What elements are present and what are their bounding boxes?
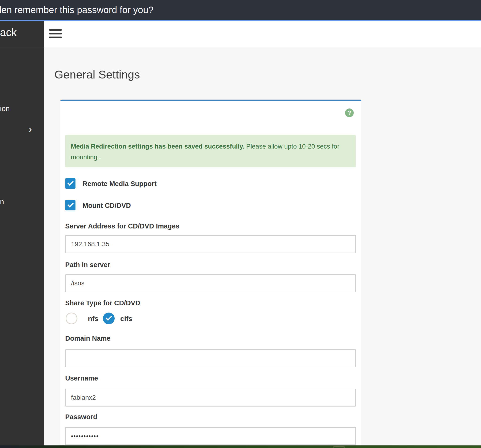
password-input[interactable] (65, 427, 356, 445)
share-type-cifs-label: cifs (120, 315, 132, 323)
password-prompt-text: len remember this password for you? (0, 0, 154, 20)
username-input[interactable] (65, 389, 356, 407)
server-address-label: Server Address for CD/DVD Images (65, 222, 179, 230)
mount-cd-dvd-label: Mount CD/DVD (83, 202, 131, 209)
share-type-nfs-label: nfs (88, 315, 98, 323)
hamburger-menu-icon[interactable] (49, 29, 62, 38)
server-address-input[interactable] (65, 235, 356, 253)
path-in-server-input[interactable] (65, 274, 356, 292)
share-type-cifs-radio[interactable] (103, 313, 115, 324)
mount-cd-dvd-checkbox[interactable] (65, 200, 75, 210)
remote-media-support-label: Remote Media Support (83, 180, 157, 188)
share-type-label: Share Type for CD/DVD (65, 299, 140, 307)
path-in-server-label: Path in server (65, 261, 110, 269)
success-alert: Media Redirection settings has been save… (65, 135, 356, 167)
sidebar-divider (0, 48, 44, 48)
general-settings-card: ? Media Redirection settings has been sa… (60, 100, 361, 447)
username-label: Username (65, 374, 98, 382)
top-header (44, 21, 481, 48)
brand-logo-text: ack (0, 27, 17, 38)
browser-notification-bar: len remember this password for you? (0, 0, 481, 20)
header-divider (44, 48, 481, 48)
taskbar-window-icon[interactable] (333, 446, 345, 448)
sidebar-item-clipped-1[interactable]: ion (0, 105, 10, 112)
domain-name-input[interactable] (65, 349, 356, 367)
help-icon[interactable]: ? (345, 108, 354, 117)
screen: len remember this password for you? ack … (0, 0, 481, 448)
password-label: Password (65, 413, 97, 421)
sidebar-item-clipped-2[interactable]: n (0, 198, 4, 205)
desktop-taskbar-strip (0, 445, 481, 448)
domain-name-label: Domain Name (65, 335, 110, 342)
page-title: General Settings (54, 68, 140, 81)
share-type-nfs-radio[interactable] (66, 313, 77, 324)
chevron-right-icon[interactable]: › (29, 124, 32, 134)
sidebar: ack ion › n (0, 21, 44, 445)
remote-media-support-checkbox[interactable] (65, 178, 75, 189)
success-alert-bold: Media Redirection settings has been save… (71, 143, 244, 150)
